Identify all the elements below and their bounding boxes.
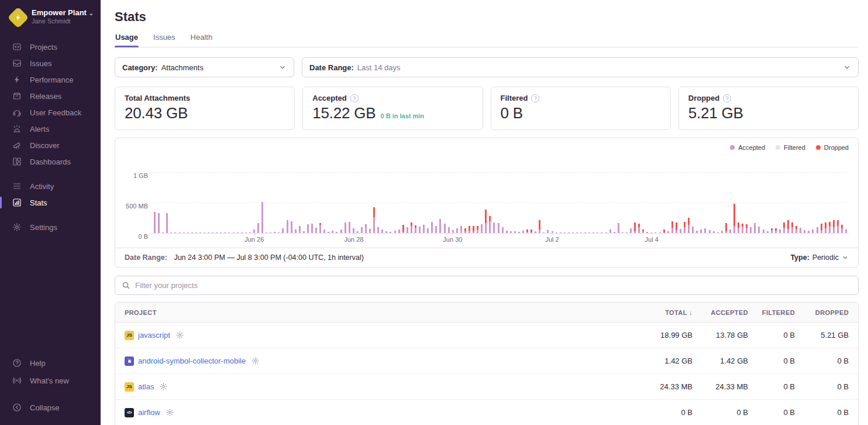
bar-segment-accepted: [373, 217, 375, 233]
bar-segment-accepted: [319, 225, 321, 233]
project-link[interactable]: javascript: [138, 331, 170, 340]
chart-bar: [227, 155, 231, 233]
category-select[interactable]: Category: Attachments: [115, 57, 294, 77]
bar-segment-accepted: [576, 232, 578, 233]
project-settings-gear-icon[interactable]: [175, 331, 184, 340]
tab-usage[interactable]: Usage: [115, 33, 139, 47]
bar-segment-accepted: [642, 231, 644, 233]
sidebar-item-settings[interactable]: Settings: [0, 219, 101, 235]
issues-icon: [12, 59, 22, 68]
chevron-down-icon: ⌄: [89, 10, 94, 16]
chart-bar: [513, 155, 517, 233]
bar-segment-accepted: [435, 226, 437, 233]
chart-bar: [736, 155, 740, 233]
bar-segment-accepted: [199, 232, 201, 233]
bar-segment-accepted: [713, 231, 715, 233]
sidebar-item-label: Settings: [30, 223, 57, 232]
sidebar-item-stats[interactable]: Stats: [0, 194, 101, 211]
bar-segment-accepted: [584, 232, 586, 233]
sidebar-footer: HelpWhat's newCollapse: [0, 355, 101, 416]
help-icon[interactable]: ?: [350, 94, 359, 102]
chart-bar-stack: [257, 223, 259, 233]
legend-item-filtered[interactable]: Filtered: [776, 144, 805, 151]
chart-bar-stack: [282, 228, 284, 233]
tab-health[interactable]: Health: [190, 33, 213, 47]
legend-item-accepted[interactable]: Accepted: [730, 144, 765, 151]
sidebar-item-what-s-new[interactable]: What's new: [0, 372, 101, 389]
chart-bar: [173, 155, 177, 233]
sidebar-item-collapse[interactable]: Collapse: [0, 399, 101, 416]
chart-bar-stack: [535, 231, 536, 233]
chart-bar: [169, 155, 173, 233]
column-header-dropped[interactable]: DROPPED: [795, 309, 849, 316]
sidebar-item-performance[interactable]: Performance: [0, 71, 101, 88]
bar-segment-accepted: [795, 229, 797, 233]
cell-dropped: 0 B: [795, 382, 849, 391]
chart-bar-stack: [837, 220, 839, 233]
project-link[interactable]: airflow: [138, 408, 160, 417]
project-search-input[interactable]: [135, 281, 852, 290]
chart-bar-stack: [684, 222, 686, 233]
chart-bar-stack: [448, 227, 450, 233]
stat-card-value: 15.22 GB: [312, 104, 376, 122]
legend-item-dropped[interactable]: Dropped: [816, 144, 849, 151]
column-header-total[interactable]: TOTAL ↓: [628, 309, 693, 316]
chart-type-select[interactable]: Type: Periodic: [790, 253, 849, 262]
project-settings-gear-icon[interactable]: [251, 357, 260, 365]
bar-segment-accepted: [365, 224, 367, 233]
sidebar-item-help[interactable]: Help: [0, 355, 101, 371]
chart-bar: [761, 155, 765, 233]
chart-bar-stack: [249, 232, 251, 233]
chart-bar-stack: [518, 232, 520, 233]
chart-bar-stack: [460, 226, 462, 233]
sidebar-item-dashboards[interactable]: Dashboards: [0, 153, 101, 170]
sidebar-item-issues[interactable]: Issues: [0, 55, 101, 71]
chart-bar: [798, 155, 802, 233]
chart-bar-stack: [270, 232, 271, 233]
chart-bar-stack: [841, 225, 843, 233]
project-settings-gear-icon[interactable]: [166, 408, 174, 417]
chart-bar: [691, 155, 695, 233]
chart-bar-stack: [349, 222, 350, 233]
sidebar-item-releases[interactable]: Releases: [0, 88, 101, 104]
help-icon[interactable]: ?: [531, 94, 539, 102]
bar-segment-accepted: [510, 231, 512, 233]
chart-bar: [252, 155, 256, 233]
bar-segment-accepted: [398, 229, 400, 233]
column-header-accepted[interactable]: ACCEPTED: [693, 309, 748, 316]
legend-dot: [776, 145, 780, 150]
project-link[interactable]: atlas: [138, 382, 154, 391]
bar-segment-accepted: [539, 229, 540, 233]
column-header-project[interactable]: PROJECT: [125, 309, 628, 316]
tab-issues[interactable]: Issues: [153, 33, 176, 47]
chart-bar-stack: [407, 227, 408, 233]
sidebar-item-discover[interactable]: Discover: [0, 137, 101, 153]
sidebar-item-label: Discover: [30, 141, 60, 150]
chart-bar-stack: [170, 232, 172, 233]
chart-bar: [766, 155, 770, 233]
column-header-filtered[interactable]: FILTERED: [748, 309, 795, 316]
cell-filtered: 0 B: [748, 357, 795, 365]
projects-icon: [12, 42, 22, 52]
stat-card-dropped: Dropped?5.21 GB: [678, 87, 859, 130]
bar-segment-accepted: [709, 230, 711, 233]
date-range-select[interactable]: Date Range: Last 14 days: [302, 57, 859, 77]
sidebar-item-user-feedback[interactable]: User Feedback: [0, 104, 101, 121]
project-settings-gear-icon[interactable]: [159, 382, 168, 391]
chart-bar: [330, 155, 335, 233]
stat-card-note: 0 B in last min: [381, 112, 425, 119]
project-link[interactable]: android-symbol-collector-mobile: [138, 357, 246, 365]
sidebar-item-projects[interactable]: Projects: [0, 39, 101, 55]
bar-segment-dropped: [485, 210, 487, 223]
chart-bar: [418, 155, 422, 233]
chevron-down-icon: [842, 254, 849, 261]
chart-type-label: Type:: [790, 253, 809, 262]
chart-bar-stack: [415, 225, 416, 234]
stat-card-value-row: 0 B: [501, 104, 661, 122]
sidebar-item-activity[interactable]: Activity: [0, 178, 101, 194]
chart-bar-stack: [729, 229, 731, 233]
org-switcher[interactable]: Empower Plant ⌄ Jane Schmidt: [0, 8, 101, 34]
sidebar-item-alerts[interactable]: Alerts: [0, 121, 101, 137]
help-icon[interactable]: ?: [723, 94, 731, 102]
bar-segment-accepted: [183, 232, 185, 233]
